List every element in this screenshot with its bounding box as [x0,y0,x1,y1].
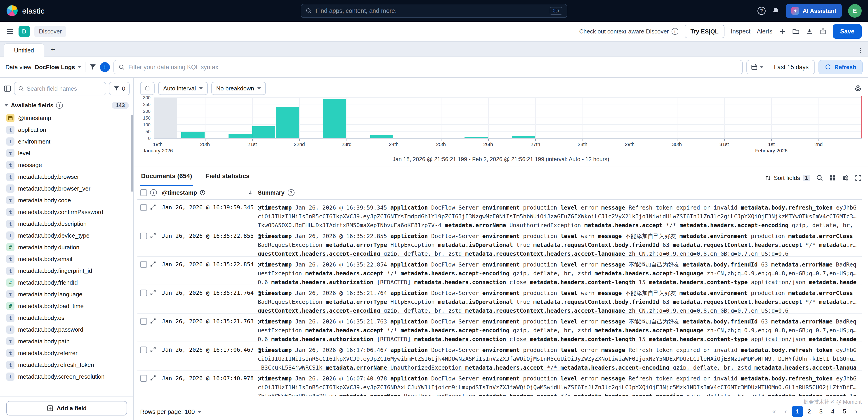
histogram-bar[interactable] [370,135,393,138]
breadcrumb[interactable]: Discover [34,26,66,37]
sidebar-scrollbar[interactable] [131,115,133,192]
page-3[interactable]: 3 [815,406,827,417]
expand-document-icon[interactable] [150,318,156,324]
sort-fields-button[interactable]: Sort fields 1 [765,175,810,182]
field-list-item[interactable]: t metadata.body.fingerprint_id [4,265,131,277]
data-view-picker[interactable]: DocFlow Logs [35,64,81,71]
chart-config-calendar-icon[interactable] [140,82,155,95]
tab-untitled[interactable]: Untitled [4,43,44,57]
alerts-link[interactable]: Alerts [757,28,772,35]
row-checkbox[interactable] [140,261,147,268]
field-list-item[interactable]: t metadata.body.browser_ver [4,183,131,194]
first-page-icon[interactable]: « [769,406,779,417]
collapse-sidebar-icon[interactable] [4,85,11,92]
field-list-item[interactable]: t metadata.body.email [4,253,131,265]
expand-document-icon[interactable] [150,290,156,295]
field-list-item[interactable]: @timestamp [4,112,131,124]
histogram-bar[interactable] [276,107,299,138]
row-checkbox[interactable] [140,347,147,353]
calendar-dropdown[interactable] [747,60,768,74]
field-list-item[interactable]: t metadata.body.device_type [4,230,131,241]
timestamp-column-header[interactable]: @timestamp [162,189,258,196]
chart-options-gear-icon[interactable] [855,85,862,92]
histogram-bar[interactable] [228,134,252,138]
field-search-box[interactable] [14,82,106,95]
interval-dropdown[interactable]: Auto interval [158,82,208,95]
new-tab-button[interactable]: + [47,43,59,55]
row-checkbox[interactable] [140,233,147,239]
share-icon[interactable] [819,28,827,35]
ai-assistant-button[interactable]: AI Assistant [786,4,842,18]
select-all-checkbox[interactable] [140,189,147,196]
filter-funnel-icon[interactable] [89,63,96,71]
download-icon[interactable] [806,28,813,35]
new-search-icon[interactable] [779,28,786,35]
row-checkbox[interactable] [140,318,147,325]
user-avatar[interactable]: E [848,4,862,18]
row-checkbox[interactable] [140,375,147,382]
field-list-item[interactable]: # metadata.body.load_time [4,300,131,312]
page-4[interactable]: 4 [827,406,838,417]
field-list-item[interactable]: t metadata.body.os [4,312,131,324]
next-page-icon[interactable]: › [851,406,862,417]
time-range-value[interactable]: Last 15 days [768,64,814,71]
histogram-bar[interactable] [465,137,488,138]
breakdown-dropdown[interactable]: No breakdown [211,82,266,95]
tab-field-statistics[interactable]: Field statistics [205,168,251,186]
help-icon[interactable]: ? [757,7,766,15]
tab-options-kebab-icon[interactable] [857,48,864,54]
page-2[interactable]: 2 [804,406,815,417]
elastic-logo[interactable] [6,5,18,17]
field-list-item[interactable]: t metadata.body.referrer [4,347,131,359]
open-folder-icon[interactable] [792,28,800,35]
field-list-item[interactable]: t environment [4,136,131,147]
expand-document-icon[interactable] [150,347,156,352]
context-aware-promo[interactable]: Check out context-aware Discover i [579,28,678,35]
page-1[interactable]: 1 [792,406,803,417]
menu-hamburger-icon[interactable] [6,28,14,35]
save-button[interactable]: Save [833,24,862,39]
tab-documents[interactable]: Documents (654) [140,168,193,186]
field-list-item[interactable]: t metadata.body.path [4,335,131,347]
add-field-button[interactable]: Add a field [6,401,127,416]
available-fields-header[interactable]: Available fields i 143 [0,98,133,111]
previous-page-icon[interactable]: ‹ [780,406,791,417]
kql-query-input[interactable] [128,64,738,71]
field-list-item[interactable]: t metadata.body.code [4,194,131,206]
field-list-item[interactable]: t level [4,147,131,159]
sort-descending-icon[interactable] [247,190,253,196]
row-height-sliders-icon[interactable] [842,174,849,182]
expand-document-icon[interactable] [150,261,156,267]
global-search[interactable]: ⌘/ [301,4,567,18]
field-list-item[interactable]: t metadata.body.browser [4,171,131,183]
page-5[interactable]: 5 [839,406,850,417]
notifications-bell-icon[interactable] [772,7,780,15]
rows-per-page-dropdown[interactable]: Rows per page: 100 [140,409,201,417]
field-list-item[interactable]: t metadata.body.confirmPassword [4,206,131,218]
field-list-item[interactable]: # metadata.body.duration [4,241,131,253]
histogram-plot[interactable] [154,98,862,138]
histogram-bar[interactable] [512,136,535,138]
histogram-bar[interactable] [181,132,204,138]
histogram-bar[interactable] [252,126,275,138]
row-checkbox[interactable] [140,204,147,211]
expand-document-icon[interactable] [150,233,156,238]
inspect-link[interactable]: Inspect [731,28,750,35]
field-list-item[interactable]: t application [4,124,131,136]
field-search-input[interactable] [27,85,102,92]
field-list-item[interactable]: t message [4,159,131,171]
field-list-item[interactable]: t metadata.body.screen_resolution [4,371,131,383]
field-list-item[interactable]: # metadata.body.friendId [4,277,131,289]
field-filters-button[interactable]: 0 [109,82,130,95]
field-list-item[interactable]: t metadata.body.password [4,324,131,335]
space-badge[interactable]: D [19,26,30,37]
kql-query-input-box[interactable] [114,60,743,74]
row-checkbox[interactable] [140,290,147,296]
histogram-bar[interactable] [323,99,346,138]
summary-column-header[interactable]: Summary ? [258,189,862,196]
refresh-button[interactable]: Refresh [818,60,863,74]
expand-document-icon[interactable] [150,204,156,210]
display-options-grid-icon[interactable] [829,175,836,181]
try-esql-button[interactable]: Try ES|QL [685,25,724,38]
add-filter-button[interactable]: + [100,62,110,72]
